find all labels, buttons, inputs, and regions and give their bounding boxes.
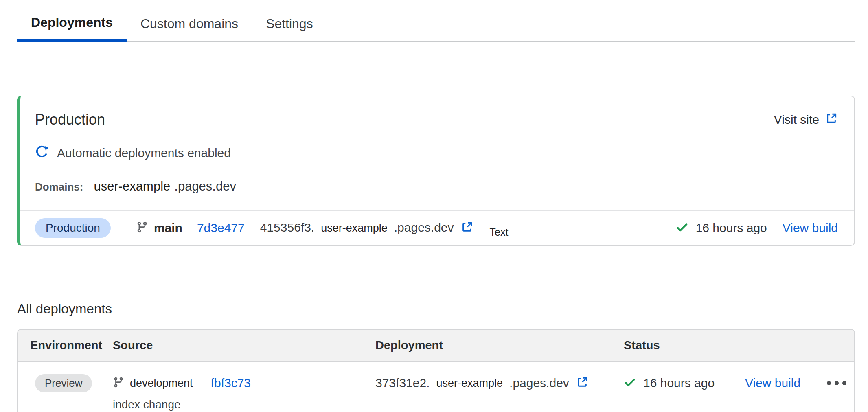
git-branch-icon: [136, 221, 148, 235]
deployment-suffix: .pages.dev: [509, 376, 569, 390]
auto-deployments-text: Automatic deployments enabled: [57, 146, 231, 160]
deployment-domain: user-example: [321, 222, 388, 234]
visit-site-label: Visit site: [774, 113, 819, 127]
status-cell: 16 hours ago: [624, 374, 745, 411]
external-link-icon: [825, 112, 838, 128]
production-card-header: Production Visit site: [20, 96, 854, 128]
ellipsis-icon: [842, 381, 846, 385]
tab-deployments[interactable]: Deployments: [17, 6, 127, 42]
view-build-cell: View build: [745, 374, 819, 411]
environment-cell: Preview: [30, 374, 113, 411]
environment-badge: Preview: [35, 374, 92, 392]
deployment-id: 373f31e2.: [375, 376, 430, 390]
branch-name: main: [154, 221, 182, 235]
ellipsis-icon: [835, 381, 839, 385]
deployment-time: 16 hours ago: [696, 221, 767, 235]
column-header-source: Source: [113, 339, 375, 352]
domain-suffix: .pages.dev: [174, 179, 236, 194]
external-link-icon[interactable]: [576, 376, 589, 390]
row-actions-cell: [819, 374, 854, 411]
table-row: Preview development fbf3c73 index change…: [18, 362, 854, 412]
production-card: Production Visit site Automatic deployme…: [17, 96, 855, 246]
deployments-table: Environment Source Deployment Status Pre…: [17, 329, 855, 412]
success-check-icon: [675, 221, 688, 235]
column-header-status: Status: [624, 339, 745, 352]
deployment-id: 415356f3.: [260, 221, 314, 234]
git-branch-icon: [113, 376, 124, 390]
commit-message: index change: [113, 398, 181, 411]
commit-hash-link[interactable]: fbf3c73: [211, 376, 251, 390]
table-header-row: Environment Source Deployment Status: [18, 330, 854, 362]
domains-label: Domains:: [35, 181, 83, 193]
branch-name: development: [130, 377, 193, 390]
domains-row: Domains: user-example .pages.dev: [20, 161, 854, 210]
deployment-url: 373f31e2. user-example .pages.dev: [375, 374, 589, 392]
refresh-icon: [35, 145, 49, 161]
deployment-cell: 373f31e2. user-example .pages.dev: [375, 374, 624, 411]
production-title: Production: [35, 111, 105, 128]
deployment-suffix: .pages.dev: [394, 221, 454, 234]
deployment-status: 16 hours ago View build: [675, 221, 838, 235]
production-deployment-row: Production main 7d3e477 415356f3. user-e…: [20, 210, 854, 245]
deployment-url: 415356f3. user-example .pages.dev: [260, 221, 473, 235]
ellipsis-icon: [827, 381, 831, 385]
domain-name: user-example: [94, 179, 170, 194]
success-check-icon: [624, 376, 636, 390]
view-build-link[interactable]: View build: [783, 221, 838, 235]
visit-site-link[interactable]: Visit site: [774, 112, 838, 128]
more-actions-button[interactable]: [827, 374, 846, 392]
external-link-icon[interactable]: [460, 221, 473, 235]
source-cell: development fbf3c73 index change: [113, 374, 375, 411]
view-build-link[interactable]: View build: [745, 376, 800, 390]
tab-settings[interactable]: Settings: [252, 6, 327, 42]
environment-badge: Production: [35, 218, 111, 238]
commit-message: Text: [490, 226, 509, 238]
all-deployments-title: All deployments: [17, 301, 868, 317]
deployment-domain: user-example: [436, 377, 503, 390]
column-header-environment: Environment: [30, 339, 113, 352]
commit-hash-link[interactable]: 7d3e477: [197, 221, 245, 235]
column-header-deployment: Deployment: [375, 339, 624, 352]
tab-bar: Deployments Custom domains Settings: [17, 0, 855, 42]
deployment-time: 16 hours ago: [643, 376, 715, 390]
auto-deployments-row: Automatic deployments enabled: [20, 128, 854, 161]
tab-custom-domains[interactable]: Custom domains: [127, 6, 252, 42]
